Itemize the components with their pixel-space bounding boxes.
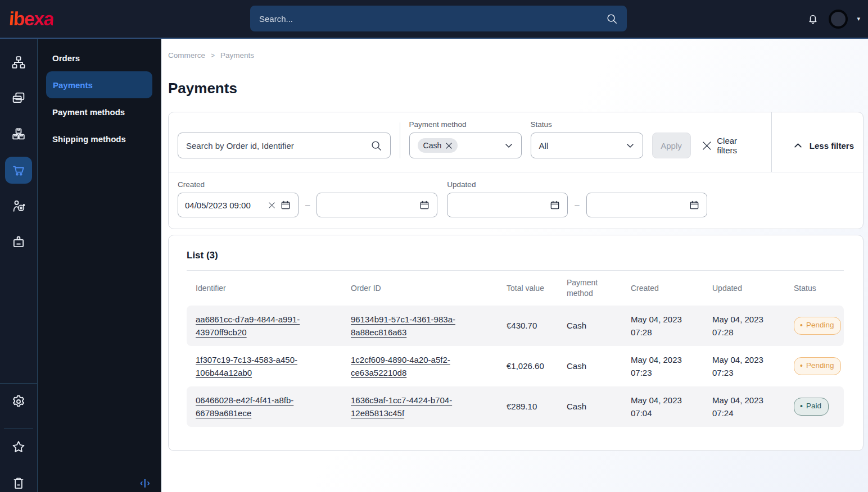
payment-method-label: Payment method [409, 120, 522, 129]
less-filters-button[interactable]: Less filters [793, 133, 854, 158]
payments-list-card: List (3) Identifier Order ID Total value… [168, 235, 864, 451]
sidebar-item-personalization[interactable] [5, 193, 32, 220]
col-identifier: Identifier [187, 283, 342, 294]
submenu-item-payment-methods[interactable]: Payment methods [38, 98, 161, 125]
submenu-item-shipping-methods[interactable]: Shipping methods [38, 125, 161, 152]
total-value-cell: €289.10 [498, 400, 558, 413]
payment-identifier-link[interactable]: 1f307c19-7c13-4583-a450-106b44a12ab0 [196, 353, 320, 380]
updated-cell: May 04, 2023 07:24 [703, 394, 774, 420]
col-updated: Updated [703, 283, 785, 294]
payment-method-cell: Cash [558, 359, 622, 372]
range-dash: – [575, 200, 579, 209]
list-title: List (3) [187, 250, 844, 261]
page-title: Payments [168, 80, 864, 97]
global-search-input[interactable] [259, 14, 605, 24]
table-row: 1f307c19-7c13-4583-a450-106b44a12ab0 1c2… [187, 346, 844, 386]
payment-method-cell: Cash [558, 319, 622, 332]
bell-icon[interactable] [806, 12, 820, 26]
updated-to-field[interactable] [586, 193, 707, 217]
divider [771, 112, 772, 172]
top-bar: ibexa ▾ [0, 0, 868, 39]
sidebar-item-pages[interactable] [5, 85, 32, 112]
divider [400, 122, 400, 158]
table-row: aa6861cc-d7a9-4844-a991-43970ff9cb20 961… [187, 306, 844, 346]
divider [0, 383, 37, 384]
col-order-id: Order ID [342, 283, 498, 294]
caret-down-icon[interactable]: ▾ [857, 15, 860, 22]
table-row: 06466028-e42f-4f41-a8fb-66789a681ece 163… [187, 386, 844, 427]
col-payment-method: Payment method [558, 277, 609, 299]
ibexa-logo[interactable]: ibexa [8, 8, 55, 30]
order-id-link[interactable]: 1636c9af-1cc7-4424-b704-12e85813c45f [351, 394, 476, 420]
status-badge: Pending [794, 317, 841, 335]
search-icon[interactable] [605, 12, 618, 25]
clear-date-icon[interactable] [268, 202, 275, 209]
breadcrumb-commerce[interactable]: Commerce [168, 51, 205, 60]
commerce-submenu: Orders Payments Payment methods Shipping… [38, 39, 161, 492]
updated-cell: May 04, 2023 07:28 [703, 313, 774, 339]
chevron-up-icon [793, 141, 803, 151]
payment-method-chip: Cash [418, 138, 458, 153]
calendar-icon[interactable] [419, 199, 430, 211]
created-cell: May 04, 2023 07:23 [622, 353, 693, 380]
chevron-down-icon [504, 141, 513, 150]
sidebar-item-customers[interactable] [5, 229, 32, 256]
created-to-field[interactable] [317, 193, 437, 217]
global-search[interactable] [250, 6, 627, 31]
range-dash: – [305, 200, 310, 209]
collapse-sidebar-icon[interactable]: ‹|› [140, 477, 151, 489]
table-header: Identifier Order ID Total value Payment … [187, 271, 844, 306]
sidebar-item-settings[interactable] [5, 388, 32, 415]
order-search-field[interactable] [178, 133, 391, 158]
status-select[interactable]: All [531, 133, 643, 158]
sidebar-item-trash[interactable] [5, 470, 32, 492]
calendar-icon[interactable] [549, 199, 560, 211]
chevron-down-icon [626, 141, 635, 150]
sidebar-item-commerce[interactable] [5, 157, 32, 184]
sidebar-item-bookmarks[interactable] [5, 434, 32, 461]
submenu-item-payments[interactable]: Payments [46, 71, 152, 98]
order-search-input[interactable] [186, 141, 370, 151]
main-content: Commerce > Payments Payments Payment m [161, 39, 868, 492]
clear-x-icon [702, 141, 712, 151]
created-from-input[interactable] [185, 201, 264, 210]
updated-from-input[interactable] [454, 201, 545, 210]
updated-cell: May 04, 2023 07:23 [703, 353, 774, 380]
created-from-field[interactable] [178, 193, 299, 217]
submenu-item-orders[interactable]: Orders [38, 44, 161, 71]
remove-chip-icon[interactable] [446, 143, 452, 149]
divider [4, 429, 33, 429]
payment-identifier-link[interactable]: aa6861cc-d7a9-4844-a991-43970ff9cb20 [196, 313, 320, 339]
clear-filters-button[interactable]: Clear filters [702, 133, 759, 158]
status-label: Status [531, 120, 643, 129]
calendar-icon[interactable] [689, 199, 700, 211]
search-icon[interactable] [370, 139, 382, 152]
status-selected-value: All [539, 141, 549, 151]
order-id-link[interactable]: 1c2cf609-4890-4a20-a5f2-ce63a52210d8 [351, 353, 476, 380]
status-badge: Pending [794, 357, 841, 376]
sidebar-item-content-structure[interactable] [5, 49, 32, 76]
sidebar-item-products[interactable] [5, 121, 32, 148]
payment-method-select[interactable]: Cash [409, 133, 522, 158]
order-id-link[interactable]: 96134b91-57c1-4361-983a-8a88ec816a63 [351, 313, 476, 339]
col-status: Status [785, 283, 844, 294]
created-to-input[interactable] [324, 201, 414, 210]
col-total-value: Total value [498, 283, 558, 294]
calendar-icon[interactable] [280, 199, 291, 211]
status-badge: Paid [794, 398, 829, 416]
avatar[interactable] [829, 10, 848, 29]
updated-from-field[interactable] [447, 193, 568, 217]
breadcrumb-current: Payments [220, 51, 254, 60]
filters-card: Payment method Cash Status All [168, 112, 864, 229]
payment-method-cell: Cash [558, 400, 622, 413]
icon-rail [0, 39, 38, 492]
apply-button[interactable]: Apply [652, 133, 691, 158]
updated-to-input[interactable] [594, 201, 684, 210]
payment-identifier-link[interactable]: 06466028-e42f-4f41-a8fb-66789a681ece [196, 394, 320, 420]
total-value-cell: €430.70 [498, 319, 558, 332]
created-label: Created [178, 180, 437, 189]
created-cell: May 04, 2023 07:28 [622, 313, 693, 339]
breadcrumb-separator: > [211, 52, 215, 60]
created-cell: May 04, 2023 07:04 [622, 394, 693, 420]
total-value-cell: €1,026.60 [498, 359, 558, 372]
